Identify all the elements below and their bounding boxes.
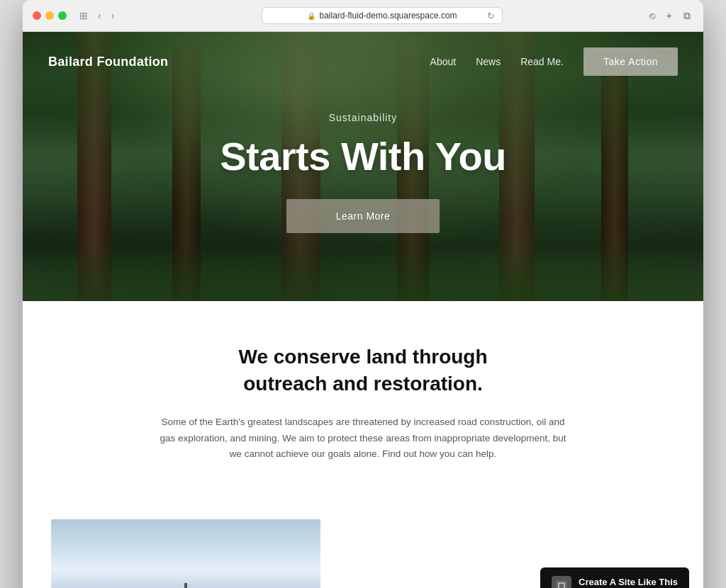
browser-chrome: ⊞ ‹ › 🔒 bailard-fluid-demo.squarespace.c…: [23, 0, 703, 32]
learn-more-button[interactable]: Learn More: [286, 199, 440, 233]
landscape-figure: [184, 583, 187, 588]
browser-window: ⊞ ‹ › 🔒 bailard-fluid-demo.squarespace.c…: [23, 0, 703, 588]
badge-main-text: Create A Site Like This: [579, 577, 678, 587]
website-content: Bailard Foundation About News Read Me. T…: [23, 32, 703, 588]
hero-content: Sustainability Starts With You Learn Mor…: [23, 112, 703, 233]
ground-cover: [23, 244, 703, 301]
navigation: Bailard Foundation About News Read Me. T…: [23, 32, 703, 91]
share-button[interactable]: ⎋: [647, 9, 658, 23]
address-bar[interactable]: 🔒 bailard-fluid-demo.squarespace.com ↻: [262, 7, 503, 24]
hero-title: Starts With You: [23, 133, 703, 179]
new-tab-button[interactable]: +: [664, 9, 675, 23]
nav-links: About News Read Me. Take Action: [430, 47, 678, 76]
sidebar-toggle-button[interactable]: ⊞: [77, 9, 91, 23]
nav-news[interactable]: News: [476, 56, 501, 67]
lock-icon: 🔒: [307, 12, 315, 20]
squarespace-badge[interactable]: Create A Site Like This Free trial. Inst…: [540, 567, 689, 588]
traffic-lights: [33, 11, 67, 20]
bottom-image: [51, 519, 320, 588]
forward-button[interactable]: ›: [108, 9, 118, 23]
maximize-button[interactable]: [58, 11, 67, 20]
badge-text: Create A Site Like This Free trial. Inst…: [579, 577, 678, 588]
take-action-button[interactable]: Take Action: [583, 47, 678, 76]
url-text: bailard-fluid-demo.squarespace.com: [320, 11, 457, 21]
bottom-section: Create A Site Like This Free trial. Inst…: [23, 519, 703, 588]
svg-rect-0: [556, 580, 567, 588]
minimize-button[interactable]: [45, 11, 54, 20]
site-logo[interactable]: Bailard Foundation: [48, 55, 168, 69]
content-headline: We conserve land through outreach and re…: [214, 344, 512, 397]
nav-about[interactable]: About: [430, 56, 457, 67]
hero-subtitle: Sustainability: [23, 112, 703, 123]
browser-controls: ⊞ ‹ ›: [77, 9, 117, 23]
nav-read-me[interactable]: Read Me.: [520, 56, 564, 67]
address-bar-container: 🔒 bailard-fluid-demo.squarespace.com ↻: [124, 7, 639, 24]
close-button[interactable]: [33, 11, 41, 20]
tabs-button[interactable]: ⧉: [681, 9, 693, 23]
squarespace-logo-icon: [552, 576, 571, 588]
reload-icon[interactable]: ↻: [487, 11, 495, 21]
back-button[interactable]: ‹: [95, 9, 104, 23]
browser-actions: ⎋ + ⧉: [647, 9, 693, 23]
content-body: Some of the Earth's greatest landscapes …: [157, 414, 569, 463]
hero-section: Bailard Foundation About News Read Me. T…: [23, 32, 703, 301]
content-section: We conserve land through outreach and re…: [23, 301, 703, 519]
